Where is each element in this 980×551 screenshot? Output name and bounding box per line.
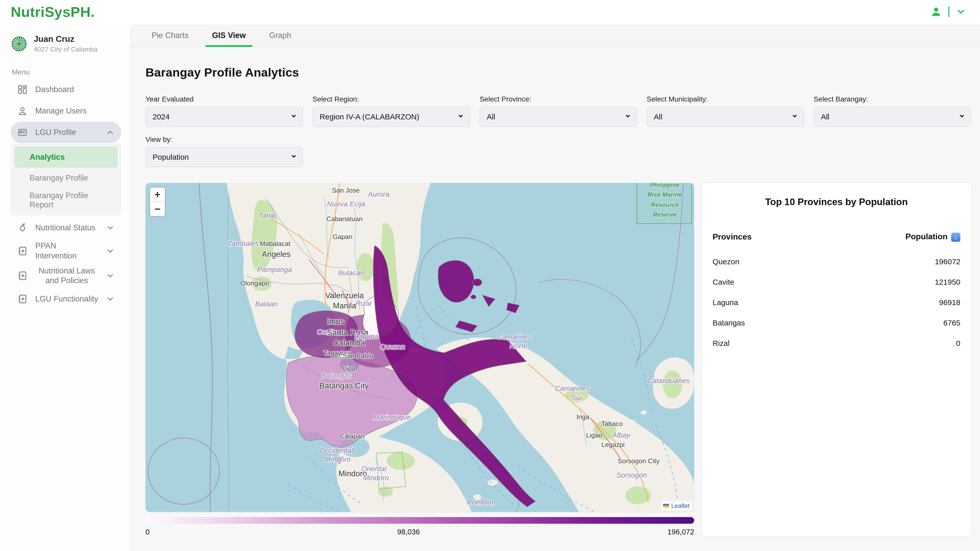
- year-select[interactable]: 2024: [145, 107, 303, 127]
- map-label-angeles: Angeles: [262, 250, 290, 259]
- province-name: Batangas: [713, 319, 745, 327]
- sidebar-item-label: Nutritional Laws and Policies: [35, 266, 98, 286]
- sidebar-item-label: PPAN Intervention: [35, 241, 98, 261]
- select-value: All: [487, 113, 495, 121]
- select-value: Population: [153, 153, 189, 162]
- map-label-san-pablo: San Pablo: [343, 352, 373, 360]
- sidebar-item-label: LGU Functionality: [35, 294, 98, 304]
- sidebar-subitem-analytics[interactable]: Analytics: [14, 147, 118, 168]
- map-label-reserve: Reserve: [653, 211, 676, 218]
- avatar: [11, 35, 27, 52]
- map-label-manila: Manila: [333, 301, 356, 310]
- subitem-label: Analytics: [30, 152, 65, 162]
- notebook-plus-icon: [18, 294, 27, 304]
- sidebar-item-label: LGU Profile: [35, 127, 98, 138]
- filter-label: Year Evaluated: [145, 95, 303, 103]
- map-label-albay: Albay: [612, 431, 631, 439]
- filter-label: Select Municipality:: [647, 95, 804, 103]
- sort-descending-icon[interactable]: ↓: [951, 233, 960, 242]
- province-select[interactable]: All: [479, 107, 637, 127]
- apple-icon: [18, 223, 27, 233]
- sidebar-subitem-barangay-profile-report[interactable]: Barangay Profile Report: [14, 189, 118, 212]
- filter-label: Select Barangay:: [814, 95, 971, 103]
- sidebar-item-nutritional-laws[interactable]: Nutritional Laws and Policies: [11, 264, 121, 289]
- map-label-marinduque: Marinduque: [373, 413, 411, 421]
- notebook-plus-icon: [18, 271, 27, 281]
- map-label-rise-marine: Rise Marine: [648, 191, 682, 198]
- user-location: 4027 City of Calamba: [34, 45, 97, 53]
- filter-label: View by:: [145, 135, 303, 144]
- user-icon[interactable]: [931, 6, 942, 17]
- select-value: Region IV-A (CALABARZON): [320, 113, 419, 121]
- map-label-tabaco: Tabaco: [601, 420, 623, 427]
- region-select[interactable]: Region IV-A (CALABARZON): [313, 107, 470, 127]
- map-label-sorsogon: Sorsogon: [616, 471, 647, 479]
- tab-label: GIS View: [212, 31, 246, 40]
- sidebar-item-ppan-intervention[interactable]: PPAN Intervention: [11, 238, 121, 264]
- profile-card-icon: [18, 127, 27, 138]
- dashboard-icon: [18, 84, 27, 95]
- leaflet-link[interactable]: Leaflet: [671, 502, 690, 510]
- map-label-mabalacat: Mabalacat: [260, 240, 291, 248]
- map-label-lipa: Lipa: [343, 365, 355, 372]
- chevron-down-icon: [106, 247, 115, 256]
- filter-view-by: View by: Population: [145, 135, 303, 167]
- map-label-philippine: Philippine: [650, 183, 679, 188]
- sidebar-item-nutritional-status[interactable]: Nutritional Status: [11, 217, 121, 238]
- map-label-bataan: Bataan: [255, 300, 278, 308]
- chevron-down-icon[interactable]: [956, 7, 966, 17]
- province-population: 121950: [935, 278, 960, 286]
- legend-min: 0: [145, 528, 150, 536]
- municipality-select[interactable]: All: [647, 107, 804, 127]
- tab-graph[interactable]: Graph: [258, 24, 303, 46]
- sidebar-item-dashboard[interactable]: Dashboard: [11, 79, 121, 100]
- account-menu[interactable]: [931, 6, 966, 17]
- chevron-up-icon: [106, 128, 115, 137]
- choropleth-legend-gradient: [145, 517, 694, 524]
- map-label-bulacan: Bulacan: [338, 269, 364, 277]
- barangay-select[interactable]: All: [814, 107, 971, 127]
- legend-max: 196,072: [667, 528, 694, 536]
- filter-municipality: Select Municipality: All: [647, 95, 804, 127]
- map-label-resource: Resource: [651, 201, 679, 208]
- filter-label: Select Province:: [479, 95, 637, 103]
- view-by-select[interactable]: Population: [145, 147, 303, 167]
- map-label-gapan: Gapan: [332, 233, 352, 241]
- map-label-camarines: Camarines: [555, 384, 589, 392]
- menu-label: Menu: [12, 68, 121, 76]
- province-name: Cavite: [713, 278, 734, 286]
- sidebar-item-label: Dashboard: [35, 85, 115, 95]
- users-icon: [18, 106, 27, 116]
- sidebar-subitem-barangay-profile[interactable]: Barangay Profile: [14, 168, 118, 189]
- filter-region: Select Region: Region IV-A (CALABARZON): [313, 95, 470, 127]
- table-row: Batangas 6765: [713, 313, 960, 333]
- user-block: Juan Cruz 4027 City of Calamba: [11, 34, 121, 53]
- map-label-quezon: Quezon: [380, 343, 405, 351]
- chevron-down-icon: [106, 295, 115, 303]
- sidebar-item-lgu-functionality[interactable]: LGU Functionality: [11, 288, 121, 310]
- filter-label: Select Region:: [313, 95, 470, 103]
- filter-barangay: Select Barangay: All: [814, 95, 971, 127]
- map-label-norte: Norte: [510, 342, 527, 350]
- tab-label: Graph: [269, 31, 291, 40]
- choropleth-legend-labels: 0 98,036 196,072: [145, 528, 694, 536]
- map-label-aurora: Aurora: [368, 190, 390, 198]
- sidebar-item-lgu-profile[interactable]: LGU Profile: [11, 122, 121, 143]
- province-population: 0: [956, 339, 960, 348]
- map-label-oriental: Oriental: [361, 465, 387, 473]
- province-population: 196072: [935, 257, 960, 266]
- zoom-out-button[interactable]: −: [150, 202, 165, 216]
- map-canvas[interactable]: San JoseAuroraNueva EcijaTarlacCabanatua…: [145, 183, 694, 512]
- tab-pie-charts[interactable]: Pie Charts: [140, 24, 200, 46]
- chevron-down-icon: [791, 113, 798, 121]
- brand-logo: NutriSysPH.: [11, 3, 95, 20]
- map-label-sorsogon-city: Sorsogon City: [617, 457, 659, 465]
- chevron-down-icon: [290, 153, 298, 162]
- sidebar-item-manage-users[interactable]: Manage Users: [11, 100, 121, 122]
- map-label-catanduanes: Catanduanes: [647, 377, 690, 385]
- province-population: 96918: [939, 298, 960, 307]
- legend-mid: 98,036: [397, 528, 420, 536]
- zoom-in-button[interactable]: +: [150, 187, 165, 202]
- tab-gis-view[interactable]: GIS View: [200, 24, 258, 46]
- map-label-nueva-ecija: Nueva Ecija: [327, 200, 365, 208]
